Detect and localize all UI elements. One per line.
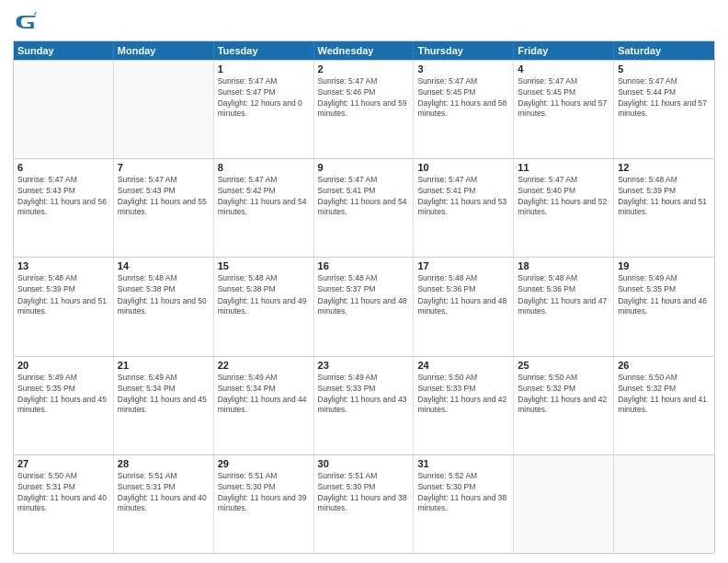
calendar-header: SundayMondayTuesdayWednesdayThursdayFrid…	[14, 41, 714, 60]
day-number: 30	[318, 458, 410, 469]
daylight-text: Daylight: 11 hours and 49 minutes.	[218, 296, 310, 316]
cal-cell-15: 15Sunrise: 5:48 AMSunset: 5:38 PMDayligh…	[214, 258, 314, 355]
sunrise-text: Sunrise: 5:51 AM	[218, 471, 310, 481]
daylight-text: Daylight: 11 hours and 57 minutes.	[618, 98, 711, 119]
cal-cell-6: 6Sunrise: 5:47 AMSunset: 5:43 PMDaylight…	[14, 159, 114, 257]
day-number: 12	[618, 162, 711, 173]
cal-cell-20: 20Sunrise: 5:49 AMSunset: 5:35 PMDayligh…	[14, 357, 114, 454]
sunrise-text: Sunrise: 5:49 AM	[118, 373, 210, 383]
sunrise-text: Sunrise: 5:48 AM	[17, 273, 109, 283]
day-number: 5	[618, 63, 711, 75]
daylight-text: Daylight: 11 hours and 57 minutes.	[518, 98, 609, 119]
cal-cell-17: 17Sunrise: 5:48 AMSunset: 5:36 PMDayligh…	[414, 258, 514, 355]
cal-cell-21: 21Sunrise: 5:49 AMSunset: 5:34 PMDayligh…	[114, 357, 214, 454]
sunset-text: Sunset: 5:30 PM	[417, 482, 509, 492]
sunrise-text: Sunrise: 5:50 AM	[17, 471, 109, 481]
daylight-text: Daylight: 11 hours and 58 minutes.	[417, 98, 509, 119]
page: SundayMondayTuesdayWednesdayThursdayFrid…	[0, 0, 728, 563]
day-number: 26	[618, 360, 711, 371]
day-number: 13	[17, 260, 109, 271]
header	[13, 9, 715, 35]
sunrise-text: Sunrise: 5:48 AM	[218, 273, 310, 283]
sunrise-text: Sunrise: 5:50 AM	[417, 373, 509, 383]
day-number: 3	[417, 63, 509, 75]
calendar-header-wednesday: Wednesday	[314, 41, 415, 60]
sunset-text: Sunset: 5:47 PM	[218, 87, 310, 98]
sunrise-text: Sunrise: 5:48 AM	[618, 175, 711, 185]
week-row-4: 20Sunrise: 5:49 AMSunset: 5:35 PMDayligh…	[14, 356, 714, 454]
daylight-text: Daylight: 11 hours and 56 minutes.	[17, 197, 109, 217]
cal-cell-18: 18Sunrise: 5:48 AMSunset: 5:36 PMDayligh…	[514, 258, 614, 355]
sunset-text: Sunset: 5:44 PM	[618, 87, 711, 98]
cal-cell-empty-1	[114, 61, 214, 158]
sunset-text: Sunset: 5:34 PM	[118, 384, 210, 394]
sunrise-text: Sunrise: 5:47 AM	[17, 175, 109, 185]
daylight-text: Daylight: 11 hours and 42 minutes.	[518, 395, 609, 415]
daylight-text: Daylight: 11 hours and 54 minutes.	[218, 197, 310, 217]
cal-cell-14: 14Sunrise: 5:48 AMSunset: 5:38 PMDayligh…	[114, 258, 214, 355]
sunset-text: Sunset: 5:45 PM	[518, 87, 609, 98]
day-number: 2	[318, 63, 410, 75]
cal-cell-9: 9Sunrise: 5:47 AMSunset: 5:41 PMDaylight…	[314, 159, 415, 257]
logo	[13, 9, 40, 35]
day-number: 23	[318, 360, 410, 371]
sunrise-text: Sunrise: 5:47 AM	[318, 175, 410, 185]
daylight-text: Daylight: 11 hours and 50 minutes.	[118, 296, 210, 316]
sunset-text: Sunset: 5:40 PM	[518, 186, 609, 196]
day-number: 1	[218, 63, 310, 75]
week-row-5: 27Sunrise: 5:50 AMSunset: 5:31 PMDayligh…	[14, 454, 714, 553]
sunset-text: Sunset: 5:30 PM	[318, 482, 410, 492]
cal-cell-30: 30Sunrise: 5:51 AMSunset: 5:30 PMDayligh…	[314, 455, 415, 553]
day-number: 27	[17, 458, 109, 469]
sunrise-text: Sunrise: 5:47 AM	[417, 175, 509, 185]
cal-cell-31: 31Sunrise: 5:52 AMSunset: 5:30 PMDayligh…	[414, 455, 514, 553]
sunrise-text: Sunrise: 5:49 AM	[318, 373, 410, 383]
sunrise-text: Sunrise: 5:47 AM	[218, 175, 310, 185]
calendar: SundayMondayTuesdayWednesdayThursdayFrid…	[13, 40, 715, 554]
logo-icon	[13, 9, 39, 35]
day-number: 7	[118, 162, 210, 173]
cal-cell-8: 8Sunrise: 5:47 AMSunset: 5:42 PMDaylight…	[214, 159, 314, 257]
daylight-text: Daylight: 11 hours and 45 minutes.	[17, 395, 109, 415]
sunrise-text: Sunrise: 5:52 AM	[417, 471, 509, 481]
day-number: 18	[518, 260, 609, 271]
sunrise-text: Sunrise: 5:48 AM	[417, 273, 509, 283]
sunrise-text: Sunrise: 5:48 AM	[518, 273, 609, 283]
sunset-text: Sunset: 5:35 PM	[17, 384, 109, 394]
week-row-3: 13Sunrise: 5:48 AMSunset: 5:39 PMDayligh…	[14, 257, 714, 355]
sunset-text: Sunset: 5:38 PM	[218, 284, 310, 294]
day-number: 31	[417, 458, 509, 469]
daylight-text: Daylight: 11 hours and 47 minutes.	[518, 296, 609, 316]
calendar-header-friday: Friday	[514, 41, 614, 60]
day-number: 6	[17, 162, 109, 173]
sunrise-text: Sunrise: 5:48 AM	[318, 273, 410, 283]
daylight-text: Daylight: 11 hours and 51 minutes.	[17, 296, 109, 316]
daylight-text: Daylight: 11 hours and 52 minutes.	[518, 197, 609, 217]
day-number: 20	[17, 360, 109, 371]
cal-cell-27: 27Sunrise: 5:50 AMSunset: 5:31 PMDayligh…	[14, 455, 114, 553]
sunset-text: Sunset: 5:31 PM	[17, 482, 109, 492]
sunset-text: Sunset: 5:45 PM	[417, 87, 509, 98]
day-number: 28	[118, 458, 210, 469]
sunrise-text: Sunrise: 5:51 AM	[318, 471, 410, 481]
cal-cell-23: 23Sunrise: 5:49 AMSunset: 5:33 PMDayligh…	[314, 357, 415, 454]
calendar-header-tuesday: Tuesday	[214, 41, 314, 60]
day-number: 14	[118, 260, 210, 271]
daylight-text: Daylight: 12 hours and 0 minutes.	[218, 98, 310, 119]
sunrise-text: Sunrise: 5:50 AM	[518, 373, 609, 383]
sunrise-text: Sunrise: 5:50 AM	[618, 373, 711, 383]
daylight-text: Daylight: 11 hours and 41 minutes.	[618, 395, 711, 415]
day-number: 11	[518, 162, 609, 173]
sunrise-text: Sunrise: 5:47 AM	[118, 175, 210, 185]
daylight-text: Daylight: 11 hours and 43 minutes.	[318, 395, 410, 415]
cal-cell-2: 2Sunrise: 5:47 AMSunset: 5:46 PMDaylight…	[314, 61, 415, 158]
sunrise-text: Sunrise: 5:47 AM	[518, 175, 609, 185]
sunrise-text: Sunrise: 5:51 AM	[118, 471, 210, 481]
daylight-text: Daylight: 11 hours and 48 minutes.	[417, 296, 509, 316]
sunset-text: Sunset: 5:41 PM	[318, 186, 410, 196]
sunset-text: Sunset: 5:36 PM	[417, 284, 509, 294]
sunset-text: Sunset: 5:42 PM	[218, 186, 310, 196]
sunrise-text: Sunrise: 5:47 AM	[218, 76, 310, 86]
cal-cell-29: 29Sunrise: 5:51 AMSunset: 5:30 PMDayligh…	[214, 455, 314, 553]
sunrise-text: Sunrise: 5:47 AM	[518, 76, 609, 86]
